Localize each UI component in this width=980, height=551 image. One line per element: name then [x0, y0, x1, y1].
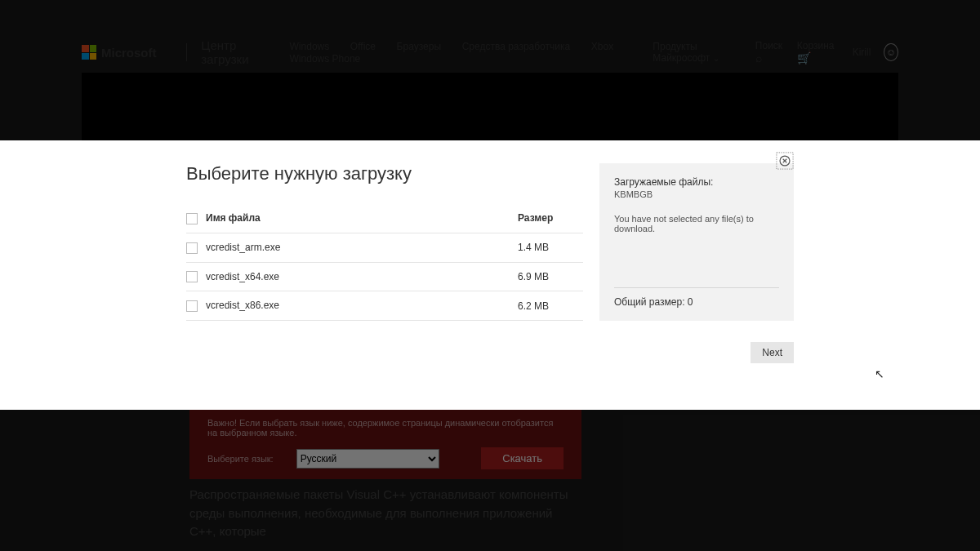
next-button[interactable]: Next — [751, 342, 794, 363]
sidebar-empty-msg: You have not selected any file(s) to dow… — [614, 214, 779, 233]
file-checkbox[interactable] — [186, 271, 198, 282]
table-row[interactable]: vcredist_arm.exe 1.4 MB — [186, 233, 583, 262]
modal-sidebar: Загружаемые файлы: KBMBGB You have not s… — [599, 163, 794, 321]
file-name: vcredist_x86.exe — [206, 300, 279, 311]
col-filename: Имя файла — [206, 212, 261, 224]
file-size: 6.9 MB — [518, 262, 583, 291]
cursor-icon: ↖ — [875, 367, 884, 380]
file-size: 1.4 MB — [518, 233, 583, 262]
download-modal: Выберите нужную загрузку Имя файла Разме… — [0, 140, 980, 410]
file-checkbox[interactable] — [186, 242, 198, 254]
close-button[interactable] — [776, 152, 794, 170]
file-name: vcredist_x64.exe — [206, 271, 279, 282]
file-name: vcredist_arm.exe — [206, 242, 280, 253]
sidebar-kb: KBMBGB — [614, 189, 779, 199]
sidebar-title: Загружаемые файлы: — [614, 176, 779, 188]
table-row[interactable]: vcredist_x86.exe 6.2 MB — [186, 291, 583, 321]
table-row[interactable]: vcredist_x64.exe 6.9 MB — [186, 262, 583, 291]
modal-title: Выберите нужную загрузку — [186, 163, 583, 184]
select-all-checkbox[interactable] — [186, 213, 198, 224]
files-table: Имя файла Размер vcredist_arm.exe 1.4 MB… — [186, 207, 583, 321]
sidebar-total: Общий размер: 0 — [614, 288, 779, 308]
close-icon — [776, 152, 794, 170]
file-checkbox[interactable] — [186, 300, 198, 312]
col-size: Размер — [518, 207, 583, 233]
file-size: 6.2 MB — [518, 291, 583, 321]
